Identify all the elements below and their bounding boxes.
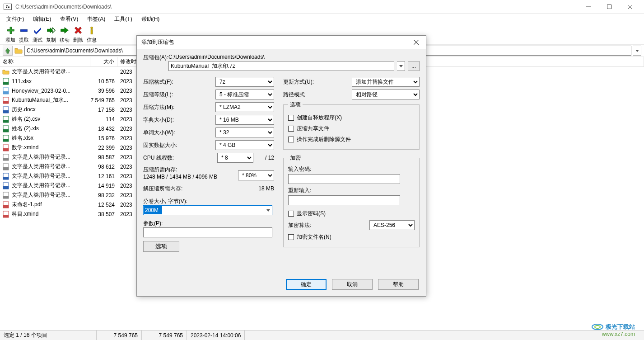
file-date: 2023 bbox=[117, 173, 132, 179]
archive-name-input[interactable] bbox=[168, 61, 394, 71]
path-mode-label: 路径模式 bbox=[283, 91, 352, 99]
browse-button[interactable]: ... bbox=[408, 61, 420, 71]
toolbar-rarrow-button[interactable]: 移动 bbox=[58, 26, 71, 43]
toolbar-plus-button[interactable]: 添加 bbox=[4, 26, 17, 43]
volume-combo[interactable] bbox=[143, 205, 272, 215]
file-icon bbox=[3, 144, 9, 151]
file-date: 2023 bbox=[117, 135, 132, 142]
file-name: KubuntuManual_加水... bbox=[10, 96, 89, 104]
col-name[interactable]: 名称 bbox=[0, 57, 90, 66]
rarrow-icon bbox=[60, 26, 70, 36]
menu-file[interactable]: 文件(F) bbox=[3, 14, 28, 24]
level-combo[interactable]: 5 - 标准压缩 bbox=[215, 90, 274, 99]
file-name: 文字是人类用符号记录... bbox=[10, 68, 89, 76]
file-name: 历史.docx bbox=[10, 106, 89, 113]
encrypt-names-checkbox[interactable] bbox=[288, 234, 294, 240]
minimize-button[interactable] bbox=[578, 0, 599, 14]
menu-tools[interactable]: 工具(T) bbox=[111, 14, 135, 24]
up-button[interactable] bbox=[3, 46, 13, 56]
file-date: 2023 bbox=[117, 126, 132, 132]
address-dropdown[interactable] bbox=[633, 46, 641, 56]
add-to-archive-dialog: 添加到压缩包 压缩包(A): C:\Users\admin\Documents\… bbox=[136, 35, 426, 297]
ok-button[interactable]: 确定 bbox=[286, 279, 327, 290]
param-input[interactable] bbox=[143, 227, 272, 237]
file-size: 38 507 bbox=[89, 211, 117, 217]
maximize-button[interactable] bbox=[599, 0, 620, 14]
info-icon bbox=[87, 26, 97, 36]
mem-compress-label: 压缩所需内存: bbox=[143, 166, 217, 174]
status-size1: 7 549 765 bbox=[97, 331, 142, 340]
toolbar-rarrow2-button[interactable]: 复制 bbox=[44, 26, 58, 43]
up-arrow-icon bbox=[5, 47, 11, 54]
plus-icon bbox=[5, 26, 15, 36]
password-confirm-input[interactable] bbox=[288, 195, 400, 205]
file-size: 15 976 bbox=[89, 135, 117, 142]
archive-name-dropdown[interactable] bbox=[397, 61, 405, 71]
cancel-button[interactable]: 取消 bbox=[332, 279, 373, 290]
volume-dropdown[interactable] bbox=[264, 206, 272, 215]
solid-combo[interactable]: * 4 GB bbox=[215, 140, 274, 150]
file-size: 114 bbox=[89, 116, 117, 123]
sfx-label: 创建自释放程序(X) bbox=[297, 114, 342, 122]
menu-bookmark[interactable]: 书签(A) bbox=[84, 14, 109, 24]
volume-input[interactable] bbox=[144, 206, 162, 214]
toolbar-label: 删除 bbox=[73, 37, 83, 43]
dialog-title-bar: 添加到压缩包 bbox=[137, 36, 426, 49]
toolbar-x-button[interactable]: 删除 bbox=[71, 26, 85, 43]
sfx-checkbox[interactable] bbox=[288, 115, 294, 121]
show-password-label: 显示密码(S) bbox=[297, 210, 326, 217]
status-datetime: 2023-02-14 14:00:06 bbox=[187, 331, 245, 340]
method-combo[interactable]: * LZMA2 bbox=[215, 102, 274, 112]
file-size: 22 399 bbox=[89, 145, 117, 151]
enc-alg-combo[interactable]: AES-256 bbox=[369, 220, 415, 230]
file-date: 2023 bbox=[117, 69, 132, 75]
menu-view[interactable]: 查看(V) bbox=[56, 14, 82, 24]
file-icon bbox=[3, 173, 9, 180]
delete-after-checkbox[interactable] bbox=[288, 137, 294, 142]
shared-checkbox[interactable] bbox=[288, 126, 294, 132]
update-combo[interactable]: 添加并替换文件 bbox=[352, 77, 420, 87]
file-date: 2023 bbox=[117, 164, 132, 170]
col-size[interactable]: 大小 bbox=[90, 57, 117, 66]
show-password-checkbox[interactable] bbox=[288, 211, 294, 217]
mem-pct-combo[interactable]: * 80% bbox=[238, 170, 274, 180]
svg-rect-32 bbox=[3, 196, 9, 198]
app-icon: 7z bbox=[4, 4, 12, 10]
toolbar-check-button[interactable]: 测试 bbox=[31, 26, 44, 43]
toolbar-label: 复制 bbox=[46, 37, 56, 43]
menu-edit[interactable]: 编辑(E) bbox=[29, 14, 55, 24]
file-date: 2023 bbox=[117, 154, 132, 161]
chevron-down-icon bbox=[266, 209, 270, 212]
watermark-url: www.xz7.com bbox=[591, 331, 635, 337]
svg-rect-12 bbox=[3, 101, 9, 104]
dialog-left-column: 压缩格式(F): 7z 压缩等级(L): 5 - 标准压缩 压缩方法(M): *… bbox=[143, 76, 274, 252]
menu-help[interactable]: 帮助(H) bbox=[138, 14, 163, 24]
close-button[interactable] bbox=[620, 0, 640, 14]
path-mode-combo[interactable]: 相对路径 bbox=[352, 90, 420, 99]
password-input[interactable] bbox=[288, 174, 400, 184]
file-date: 2023 bbox=[117, 192, 132, 198]
toolbar-info-button[interactable]: 信息 bbox=[85, 26, 98, 43]
enc-alg-label: 加密算法: bbox=[288, 222, 369, 229]
mem-decompress-label: 解压缩所需内存: bbox=[143, 185, 247, 193]
cpu-combo[interactable]: * 8 bbox=[217, 153, 253, 163]
options-button[interactable]: 选项 bbox=[143, 241, 179, 252]
svg-point-38 bbox=[595, 326, 600, 328]
file-name: 姓名 (2).csv bbox=[10, 115, 89, 123]
dialog-close-button[interactable] bbox=[411, 37, 421, 48]
format-combo[interactable]: 7z bbox=[215, 77, 274, 87]
toolbar-label: 移动 bbox=[60, 37, 70, 43]
word-combo[interactable]: * 32 bbox=[215, 128, 274, 137]
dict-combo[interactable]: * 16 MB bbox=[215, 115, 274, 125]
file-size: 17 158 bbox=[89, 107, 117, 113]
folder-icon bbox=[2, 69, 9, 75]
file-icon bbox=[3, 192, 9, 199]
chevron-down-icon bbox=[635, 50, 639, 52]
toolbar-minus-button[interactable]: 提取 bbox=[17, 26, 31, 43]
help-button[interactable]: 帮助 bbox=[378, 279, 419, 290]
file-name: 文字是人类用符号记录... bbox=[10, 163, 89, 170]
file-icon bbox=[3, 87, 9, 94]
watermark-logo-icon bbox=[591, 323, 604, 331]
menu-bar: 文件(F) 编辑(E) 查看(V) 书签(A) 工具(T) 帮助(H) bbox=[0, 14, 644, 24]
file-size: 12 524 bbox=[89, 202, 117, 208]
